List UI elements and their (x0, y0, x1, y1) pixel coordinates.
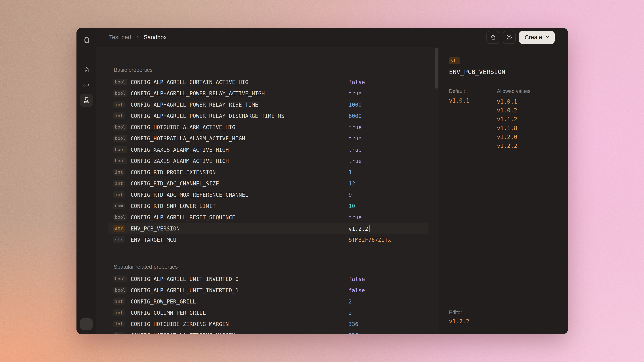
property-value[interactable]: true (348, 158, 424, 164)
editor-label: Editor (449, 310, 568, 315)
property-row[interactable]: bool CONFIG_ALPHAGRILL_POWER_RELAY_ACTIV… (108, 88, 428, 99)
property-name: CONFIG_RTD_PROBE_EXTENSION (130, 169, 348, 175)
property-row[interactable]: int CONFIG_ROW_PER_GRILL 2 (108, 296, 428, 307)
property-value[interactable]: 12 (348, 180, 424, 187)
flask-icon (82, 96, 90, 104)
breadcrumb-parent[interactable]: Test bed (109, 34, 131, 41)
sidebar-item-code[interactable] (80, 79, 93, 91)
code-icon (82, 81, 90, 89)
property-section: Spatular related properties bool CONFIG_… (96, 245, 439, 334)
home-icon (82, 66, 90, 74)
property-row[interactable]: bool CONFIG_XAXIS_ALARM_ACTIVE_HIGH true (108, 144, 428, 155)
sync-upload-icon (506, 33, 513, 41)
type-badge: bool (113, 124, 127, 130)
property-value[interactable]: 10 (348, 203, 424, 209)
detail-panel: str ENV_PCB_VERSION Default v1.0.1 Allow… (439, 47, 568, 334)
property-name: CONFIG_HOTGUIDE_ALARM_ACTIVE_HIGH (130, 124, 348, 130)
type-badge: bool (113, 135, 127, 142)
property-row[interactable]: int CONFIG_COLUMN_PER_GRILL 2 (108, 307, 428, 318)
type-badge: bool (113, 146, 127, 153)
property-row[interactable]: bool CONFIG_ALPHAGRILL_CURTAIN_ACTIVE_HI… (108, 76, 428, 88)
user-avatar[interactable] (80, 318, 92, 330)
property-value[interactable]: 2 (348, 299, 424, 305)
property-name: CONFIG_XAXIS_ALARM_ACTIVE_HIGH (130, 147, 348, 153)
property-row[interactable]: int CONFIG_ALPHAGRILL_POWER_RELAY_DISCHA… (108, 110, 428, 121)
property-name: CONFIG_HOTSPATULA_ZEROING_MARGIN (130, 332, 348, 334)
sidebar-item-home[interactable] (80, 63, 93, 76)
property-value[interactable]: 2 (348, 310, 424, 316)
property-value[interactable]: true (348, 214, 424, 220)
type-badge: bool (113, 79, 127, 85)
property-row[interactable]: int CONFIG_HOTSPATULA_ZEROING_MARGIN 336 (108, 330, 428, 334)
property-name: ENV_TARGET_MCU (130, 237, 348, 243)
allowed-value-item[interactable]: v1.2.0 (497, 133, 530, 142)
property-value[interactable]: v1.2.2 (348, 225, 424, 232)
property-name: CONFIG_ALPHAGRILL_POWER_RELAY_RISE_TIME (130, 102, 348, 108)
type-badge: num (113, 203, 124, 209)
file-export-icon (489, 33, 496, 41)
type-badge: int (113, 112, 124, 119)
property-value[interactable]: 1000 (348, 102, 424, 108)
type-badge: int (113, 298, 124, 305)
type-badge: int (113, 332, 124, 334)
allowed-value-item[interactable]: v1.0.2 (497, 106, 530, 115)
scrollbar-thumb[interactable] (435, 48, 438, 89)
allowed-value-item[interactable]: v1.1.2 (497, 115, 530, 124)
property-row[interactable]: bool CONFIG_ALPHAGRILL_UNIT_INVERTED_1 f… (108, 285, 428, 296)
property-row[interactable]: bool CONFIG_ALPHAGRILL_UNIT_INVERTED_0 f… (108, 273, 428, 285)
property-value[interactable]: false (348, 287, 424, 293)
property-value[interactable]: true (348, 90, 424, 96)
property-value[interactable]: true (348, 135, 424, 142)
property-row[interactable]: bool CONFIG_ALPHAGRILL_RESET_SEQUENCE tr… (108, 212, 428, 223)
property-value[interactable]: 8000 (348, 113, 424, 119)
allowed-value-item[interactable]: v1.2.2 (497, 142, 530, 150)
export-config-button[interactable] (486, 31, 499, 44)
property-row[interactable]: bool CONFIG_HOTSPATULA_ALARM_ACTIVE_HIGH… (108, 133, 428, 144)
text-caret (369, 225, 370, 232)
property-name: CONFIG_RTD_SNR_LOWER_LIMIT (130, 203, 348, 209)
allowed-value-item[interactable]: v1.0.1 (497, 97, 530, 106)
create-button-label: Create (525, 34, 542, 41)
topbar-actions: Create (486, 31, 555, 44)
type-badge: int (113, 101, 124, 108)
property-value[interactable]: STM32F767ZITx (348, 237, 424, 243)
property-row[interactable]: str ENV_PCB_VERSION v1.2.2 (108, 223, 428, 234)
property-row[interactable]: int CONFIG_RTD_ADC_CHANNEL_SIZE 12 (108, 178, 428, 189)
allowed-values-label: Allowed values (497, 88, 530, 94)
sidebar-nav (80, 63, 93, 107)
property-row[interactable]: int CONFIG_RTD_ADC_MUX_REFERENCE_CHANNEL… (108, 189, 428, 200)
create-button[interactable]: Create (519, 31, 555, 44)
property-row[interactable]: bool CONFIG_ZAXIS_ALARM_ACTIVE_HIGH true (108, 155, 428, 167)
property-row[interactable]: num CONFIG_RTD_SNR_LOWER_LIMIT 10 (108, 200, 428, 212)
property-value[interactable]: true (348, 147, 424, 153)
sync-upload-button[interactable] (503, 31, 516, 44)
type-badge: bool (113, 157, 127, 164)
property-value[interactable]: true (348, 124, 424, 130)
breadcrumb: Test bed Sandbox (109, 34, 167, 41)
allowed-value-item[interactable]: v1.1.8 (497, 124, 530, 133)
property-value[interactable]: false (348, 79, 424, 85)
property-name: CONFIG_ROW_PER_GRILL (130, 299, 348, 305)
property-value[interactable]: false (348, 276, 424, 282)
property-name: CONFIG_COLUMN_PER_GRILL (130, 310, 348, 316)
property-row[interactable]: int CONFIG_HOTGUIDE_ZEROING_MARGIN 336 (108, 318, 428, 330)
property-row[interactable]: str ENV_TARGET_MCU STM32F767ZITx (108, 234, 428, 245)
topbar: Test bed Sandbox (96, 28, 568, 47)
property-name: CONFIG_ZAXIS_ALARM_ACTIVE_HIGH (130, 158, 348, 164)
property-value[interactable]: 336 (348, 332, 424, 334)
chevron-down-icon (545, 34, 550, 41)
default-label: Default (449, 88, 497, 94)
property-name: CONFIG_RTD_ADC_MUX_REFERENCE_CHANNEL (130, 192, 348, 198)
type-badge: bool (113, 287, 127, 294)
property-value[interactable]: 9 (348, 192, 424, 198)
default-value: v1.0.1 (449, 97, 497, 104)
sidebar-item-sandbox[interactable] (80, 94, 93, 107)
type-badge: int (113, 321, 124, 328)
property-row[interactable]: int CONFIG_RTD_PROBE_EXTENSION 1 (108, 167, 428, 178)
property-row[interactable]: int CONFIG_ALPHAGRILL_POWER_RELAY_RISE_T… (108, 99, 428, 110)
property-value[interactable]: 336 (348, 321, 424, 327)
property-value[interactable]: 1 (348, 169, 424, 175)
property-name: CONFIG_ALPHAGRILL_POWER_RELAY_DISCHARGE_… (130, 113, 348, 119)
property-name: CONFIG_ALPHAGRILL_CURTAIN_ACTIVE_HIGH (130, 79, 348, 85)
property-row[interactable]: bool CONFIG_HOTGUIDE_ALARM_ACTIVE_HIGH t… (108, 121, 428, 133)
